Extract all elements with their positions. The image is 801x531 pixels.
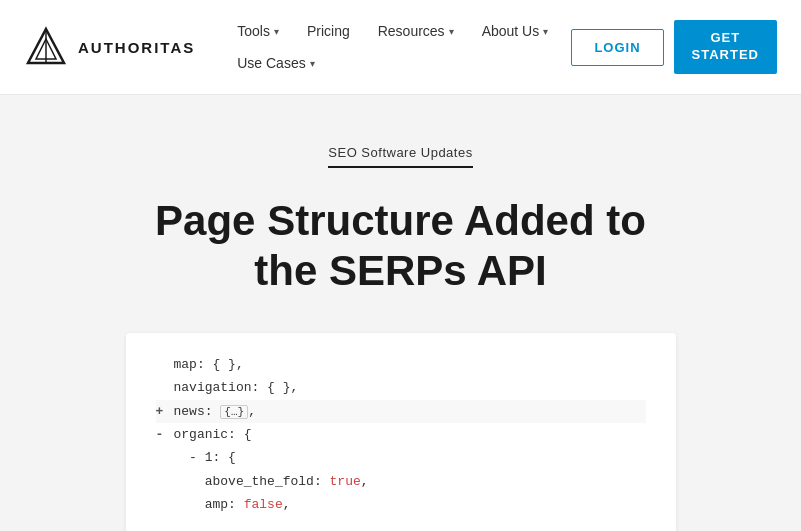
nav-about[interactable]: About Us ▾ [470, 17, 561, 45]
nav-top-row: Tools ▾ Pricing Resources ▾ About Us ▾ [225, 17, 571, 45]
code-line-map: map: { }, [156, 353, 646, 376]
main-content: SEO Software Updates Page Structure Adde… [0, 95, 801, 531]
nav-pricing[interactable]: Pricing [295, 17, 362, 45]
about-chevron-icon: ▾ [543, 26, 548, 37]
use-cases-chevron-icon: ▾ [310, 58, 315, 69]
get-started-button[interactable]: GET STARTED [674, 20, 777, 74]
code-line-organic-1: - 1: { [156, 446, 646, 469]
category-tag[interactable]: SEO Software Updates [328, 145, 472, 168]
header-actions: LOGIN GET STARTED [571, 20, 777, 74]
nav-resources[interactable]: Resources ▾ [366, 17, 466, 45]
header: AUTHORITAS Tools ▾ Pricing Resources ▾ A… [0, 0, 801, 95]
tools-chevron-icon: ▾ [274, 26, 279, 37]
login-button[interactable]: LOGIN [571, 29, 663, 66]
code-line-organic: - organic: { [156, 423, 646, 446]
code-preview: map: { }, navigation: { }, + news: {…}, … [126, 333, 676, 531]
logo[interactable]: AUTHORITAS [24, 25, 195, 69]
logo-icon [24, 25, 68, 69]
page-title: Page Structure Added to the SERPs API [155, 196, 646, 297]
resources-chevron-icon: ▾ [449, 26, 454, 37]
navigation: Tools ▾ Pricing Resources ▾ About Us ▾ U… [225, 17, 571, 77]
nav-tools[interactable]: Tools ▾ [225, 17, 291, 45]
code-line-news: + news: {…}, [156, 400, 646, 423]
code-line-above-fold: above_the_fold: true, [156, 470, 646, 493]
code-line-navigation: navigation: { }, [156, 376, 646, 399]
nav-use-cases[interactable]: Use Cases ▾ [225, 49, 326, 77]
code-line-amp: amp: false, [156, 493, 646, 516]
nav-bottom-row: Use Cases ▾ [225, 49, 571, 77]
logo-text: AUTHORITAS [78, 39, 195, 56]
